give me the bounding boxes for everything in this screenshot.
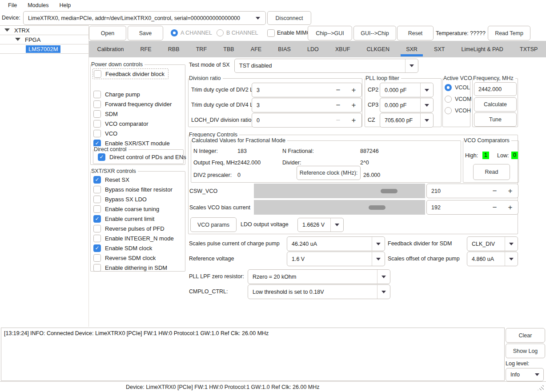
device-select-combo[interactable]: LimeXTRX0, media=PCIe, addr=/dev/LimeXTR… xyxy=(23,11,266,25)
checkbox-direct-control-of-pds-and-ens[interactable]: ✓ Direct control of PDs and ENs xyxy=(97,152,186,162)
checkbox-reset-sx[interactable]: ✓Reset SX xyxy=(92,175,174,184)
vco-comp-high-label: High: xyxy=(465,152,478,159)
tree-item-xtrx[interactable]: XTRX xyxy=(0,26,88,35)
radio-icon xyxy=(445,84,452,91)
enable-mimo-checkbox[interactable] xyxy=(267,29,275,37)
combo-cp2[interactable]: 0.000 pF xyxy=(380,83,434,97)
checkbox-reverse-sdm-clock[interactable]: Reverse SDM clock xyxy=(92,253,174,263)
checkbox-vco-comparator[interactable]: VCO comparator xyxy=(92,119,172,128)
tab-txtsp[interactable]: TXTSP xyxy=(511,41,546,57)
radio-vcol[interactable]: VCOL xyxy=(445,84,470,91)
tab-sxr[interactable]: SXR xyxy=(398,41,426,57)
tab-tbb[interactable]: TBB xyxy=(215,41,243,57)
menu-help[interactable]: Help xyxy=(54,0,76,11)
reset-button[interactable]: Reset xyxy=(397,26,434,40)
read-temp-button[interactable]: Read Temp xyxy=(488,26,530,40)
lpf-zero-combo[interactable]: Rzero = 20 kOhm xyxy=(248,269,390,284)
tab-trf[interactable]: TRF xyxy=(188,41,215,57)
expander-arrow-icon[interactable] xyxy=(15,38,20,41)
increment-button[interactable]: + xyxy=(502,184,518,198)
decrement-button[interactable]: − xyxy=(487,200,502,214)
tree-item-fpga[interactable]: FPGA xyxy=(0,35,88,44)
checkbox-feedback-divider-block[interactable]: Feedback divider block xyxy=(92,68,169,79)
decrement-button[interactable]: − xyxy=(330,83,346,97)
checkbox-forward-frequency-divider[interactable]: Forward frequency divider xyxy=(92,99,172,109)
checkbox-reverse-pulses-of-pfd[interactable]: Reverse pulses of PFD xyxy=(92,224,174,233)
increment-button[interactable]: + xyxy=(502,200,518,214)
csw-vco-spinner[interactable]: 210 − + xyxy=(426,184,518,198)
decrement-button[interactable]: − xyxy=(487,184,502,198)
open-button[interactable]: Open xyxy=(89,26,126,40)
checkbox-enable-current-limit[interactable]: ✓Enable current limit xyxy=(92,214,174,224)
channel-b-radio[interactable] xyxy=(217,29,224,36)
reference-clock-button[interactable]: Reference clock (MHz): xyxy=(297,166,361,180)
checkbox-bypass-noise-filter-resistor[interactable]: Bypass noise filter resistor xyxy=(92,184,174,194)
tree-item-label: XTRX xyxy=(14,27,30,34)
resize-grip[interactable] xyxy=(538,384,544,390)
tab-clkgen[interactable]: CLKGEN xyxy=(358,41,398,57)
chip-to-gui-button[interactable]: Chip-->GUI xyxy=(308,26,352,40)
checkbox-label: VCO xyxy=(105,130,117,137)
radio-vcom[interactable]: VCOM xyxy=(445,96,472,103)
spin-value: 3 xyxy=(252,102,330,108)
save-button[interactable]: Save xyxy=(128,26,163,40)
checkbox-enable-sdm-clock[interactable]: ✓Enable SDM clock xyxy=(92,243,174,253)
tab-afe[interactable]: AFE xyxy=(242,41,270,57)
tab-bias[interactable]: BIAS xyxy=(270,41,299,57)
tab-rfe[interactable]: RFE xyxy=(132,41,160,57)
menu-modules[interactable]: Modules xyxy=(22,0,54,11)
increment-button[interactable]: + xyxy=(346,113,361,127)
vco-bias-spinner[interactable]: 192 − + xyxy=(426,200,518,215)
spinner-loch-div[interactable]: 0−+ xyxy=(252,113,362,128)
radio-vcoh[interactable]: VCOH xyxy=(445,107,471,114)
decrement-button[interactable]: − xyxy=(330,113,346,127)
tune-button[interactable]: Tune xyxy=(474,112,517,127)
log-level-combo[interactable]: Info xyxy=(506,368,544,381)
expander-arrow-icon[interactable] xyxy=(4,28,10,32)
fb-divider-combo[interactable]: CLK_DIV xyxy=(467,236,518,251)
spinner-div2-loch[interactable]: 3−+ xyxy=(252,83,362,97)
vco-bias-slider[interactable] xyxy=(254,200,425,215)
read-button[interactable]: Read xyxy=(473,164,510,180)
tab-xbuf[interactable]: XBUF xyxy=(327,41,358,57)
menu-file[interactable]: File xyxy=(3,0,22,11)
csw-vco-slider[interactable] xyxy=(254,184,425,198)
clear-log-button[interactable]: Clear xyxy=(506,328,545,343)
tab-limelight-pad[interactable]: LimeLight & PAD xyxy=(453,41,511,57)
checkbox-enable-integer-n-mode[interactable]: Enable INTEGER_N mode xyxy=(92,233,174,243)
cp-offset-combo[interactable]: 4.860 uA xyxy=(467,252,518,266)
checkbox-charge-pump[interactable]: Charge pump xyxy=(92,89,172,99)
cp-pulse-combo[interactable]: 46.240 uA xyxy=(287,236,385,251)
tab-sxt[interactable]: SXT xyxy=(426,41,453,57)
combo-cp3[interactable]: 0.000 pF xyxy=(380,98,434,112)
cmplo-combo[interactable]: Low threshold is set to 0.18V xyxy=(248,284,390,299)
checkbox-enable-dithering-in-sdm[interactable]: Enable dithering in SDM xyxy=(92,263,174,272)
disconnect-button[interactable]: Disconnect xyxy=(267,11,311,25)
combo-cz[interactable]: 705.600 pF xyxy=(380,113,434,128)
vco-params-button[interactable]: VCO params xyxy=(190,217,237,232)
checkbox-vco[interactable]: VCO xyxy=(92,128,172,138)
tab-ldo[interactable]: LDO xyxy=(299,41,327,57)
checkbox-icon xyxy=(93,205,101,213)
spinner-div4-loch[interactable]: 3−+ xyxy=(252,98,362,112)
ldo-output-voltage-combo[interactable]: 1.6626 V xyxy=(297,218,344,232)
gui-to-chip-button[interactable]: GUI-->Chip xyxy=(353,26,396,40)
increment-button[interactable]: + xyxy=(346,98,361,112)
frequency-input[interactable]: 2442.000 xyxy=(474,82,517,96)
checkbox-sdm[interactable]: SDM xyxy=(92,109,172,119)
channel-a-radio[interactable] xyxy=(171,29,178,36)
calculate-button[interactable]: Calculate xyxy=(474,97,517,112)
test-mode-combo[interactable]: TST disabled xyxy=(234,59,418,73)
checkbox-enable-coarse-tuning[interactable]: Enable coarse tuning xyxy=(92,204,174,214)
tree-item-lms7002m[interactable]: LMS7002M xyxy=(0,44,88,54)
increment-button[interactable]: + xyxy=(346,83,361,97)
slider-handle[interactable] xyxy=(381,189,397,193)
checkbox-label: Bypass noise filter resistor xyxy=(105,186,173,193)
tab-rbb[interactable]: RBB xyxy=(160,41,188,57)
checkbox-bypass-sx-ldo[interactable]: Bypass SX LDO xyxy=(92,194,174,204)
decrement-button[interactable]: − xyxy=(330,98,346,112)
ref-voltage-combo[interactable]: 1.6 V xyxy=(287,252,385,266)
slider-handle[interactable] xyxy=(369,205,385,210)
show-log-button[interactable]: Show Log xyxy=(506,344,545,358)
tab-calibration[interactable]: Calibration xyxy=(89,41,132,57)
